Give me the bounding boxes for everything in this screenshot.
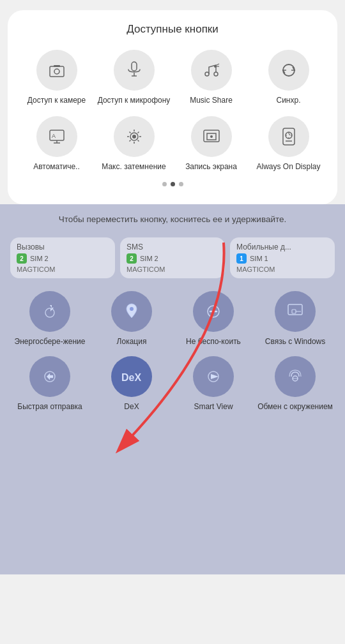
btn-record-circle [191,116,232,157]
active-btn-quickshare-label: Быстрая отправка [17,402,82,412]
sim-sms-badge-row: 2 SIM 2 [126,253,218,264]
svg-point-27 [210,135,213,138]
btn-mic[interactable]: Доступ к микрофону [96,50,171,106]
svg-point-6 [205,72,209,76]
active-btn-location-circle [111,291,152,332]
buttons-grid: Доступ к камере Доступ к микрофону [14,50,331,172]
active-btn-location[interactable]: Локация [92,291,171,347]
music-share-icon [203,61,220,79]
btn-mic-circle [114,50,155,91]
sim-cards-row: Вызовы 2 SIM 2 MAGTICOM SMS 2 SIM 2 MAGT… [10,237,335,278]
btn-auto-circle: A [36,116,77,157]
svg-text:DeX: DeX [121,372,141,383]
sim-sms[interactable]: SMS 2 SIM 2 MAGTICOM [120,237,225,278]
svg-rect-2 [54,65,60,67]
svg-line-21 [129,131,130,133]
sim-sms-badge: 2 [126,253,137,264]
record-screen-icon [203,129,220,144]
btn-music-circle [191,50,232,91]
active-btn-windows-circle [275,291,316,332]
svg-line-24 [129,140,130,141]
page-dots [14,182,331,186]
btn-record-label: Запись экрана [185,162,237,172]
sim-calls-badge-row: 2 SIM 2 [17,253,109,264]
btn-camera[interactable]: Доступ к камере [19,50,94,106]
btn-brightness-label: Макс. затемнение [102,162,165,172]
sim-sms-type: SMS [126,243,218,251]
sim-data[interactable]: Мобильные д... 1 SIM 1 MAGTICOM [230,237,335,278]
svg-point-7 [214,72,218,76]
active-btn-dnd[interactable]: Не беспо-коить [174,291,253,347]
svg-line-9 [217,64,219,65]
active-btn-battery[interactable]: Энергосбере-жение [10,291,89,347]
btn-music-label: Music Share [190,96,233,106]
active-btn-link-circle [275,356,316,397]
active-btn-dex[interactable]: DeX DeX [92,356,171,412]
active-btn-battery-circle [29,291,70,332]
active-btn-windows-label: Связь с Windows [265,337,326,347]
sync-icon [280,62,297,79]
active-btn-smartview[interactable]: Smart View [174,356,253,412]
available-buttons-panel: Доступные кнопки Доступ к камере [8,10,337,204]
btn-brightness[interactable]: Макс. затемнение [96,116,171,172]
sim-sms-number: SIM 2 [140,255,158,262]
active-btn-smartview-label: Smart View [194,402,233,412]
sim-calls-provider: MAGTICOM [17,266,109,273]
share-nearby-icon [286,368,304,385]
btn-sync-circle [268,50,309,91]
btn-auto-label: Автоматиче.. [33,162,80,172]
active-buttons-area: Чтобы переместить кнопку, коснитесь ее и… [0,204,345,574]
camera-icon [49,62,65,79]
sim-calls-badge: 2 [17,253,27,264]
btn-brightness-circle [114,116,155,157]
brightness-icon [125,128,143,146]
location-icon [124,303,139,320]
sim-calls-number: SIM 2 [30,255,49,262]
svg-point-8 [214,65,217,68]
btn-record[interactable]: Запись экрана [174,116,249,172]
sim-data-badge-row: 1 SIM 1 [236,253,328,264]
active-btn-dnd-circle [193,291,234,332]
dex-icon: DeX [119,368,144,385]
sim-data-provider: MAGTICOM [236,266,328,273]
btn-aod[interactable]: Always On Display [251,116,326,172]
active-btn-location-label: Локация [117,337,147,347]
auto-icon: A [49,129,65,144]
panel-title: Доступные кнопки [14,23,331,36]
btn-music[interactable]: Music Share [174,50,249,106]
sim-data-type: Мобильные д... [236,243,328,251]
active-btn-quickshare[interactable]: Быстрая отправка [10,356,89,412]
svg-text:A: A [52,133,56,139]
dnd-icon [205,303,222,320]
svg-point-38 [130,307,134,311]
svg-rect-42 [292,310,296,313]
active-btn-dnd-label: Не беспо-коить [186,337,241,347]
svg-marker-47 [211,374,218,379]
btn-camera-circle [36,50,77,91]
btn-auto[interactable]: A Автоматиче.. [19,116,94,172]
active-btn-link-label: Обмен с окружением [257,402,333,412]
active-btn-windows[interactable]: Связь с Windows [256,291,335,347]
active-btn-link[interactable]: Обмен с окружением [256,356,335,412]
sim-calls-type: Вызовы [17,243,109,251]
quick-share-icon [41,368,59,385]
svg-rect-3 [132,62,137,71]
svg-line-34 [289,133,290,135]
btn-mic-label: Доступ к микрофону [98,96,171,106]
svg-line-22 [137,140,139,141]
active-btn-smartview-circle [193,356,234,397]
dot-1 [162,182,167,186]
active-buttons-grid: Энергосбере-жение Локация Не беспо-коить [10,291,335,412]
sim-calls[interactable]: Вызовы 2 SIM 2 MAGTICOM [10,237,115,278]
btn-sync[interactable]: Синхр. [251,50,326,106]
active-btn-battery-label: Энергосбере-жение [15,337,86,347]
aod-icon [281,128,296,146]
dot-2 [171,182,175,186]
svg-point-37 [45,308,54,317]
windows-link-icon [287,303,303,320]
btn-aod-circle [268,116,309,157]
active-btn-dex-label: DeX [124,402,139,412]
btn-camera-label: Доступ к камере [27,96,86,106]
svg-point-16 [132,135,136,139]
sim-data-badge: 1 [236,253,247,264]
